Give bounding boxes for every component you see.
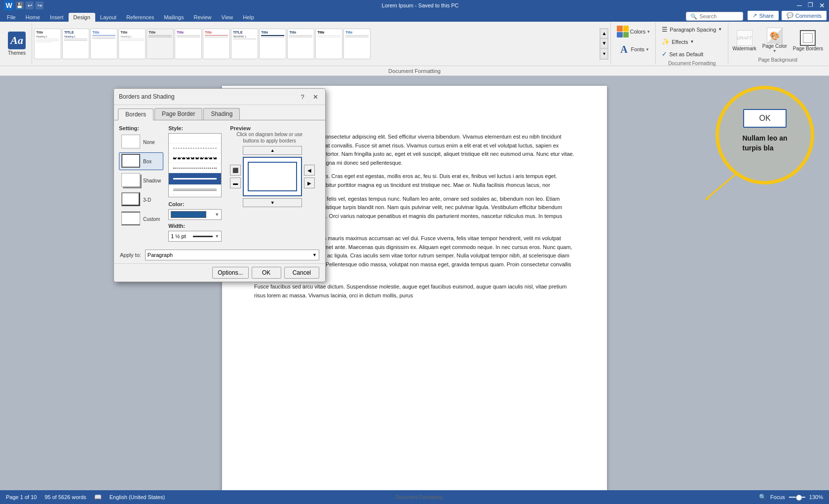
setting-label: Setting: [119,125,163,131]
theme-thumb-default[interactable]: Title Heading 1 [34,29,61,59]
minimize-btn[interactable]: ─ [797,1,802,9]
style-none-item[interactable] [169,134,221,144]
watermark-button[interactable]: DRAFT Watermark [731,29,757,52]
setting-none[interactable]: None [119,133,163,151]
theme-thumb-1[interactable]: TITLE Heading 1 [62,29,89,59]
dialog-tab-shading[interactable]: Shading [203,108,240,120]
width-section: Width: 1 ½ pt ▼ [168,223,225,242]
setting-custom[interactable]: Custom [119,210,163,228]
preview-top-border-btn[interactable]: ⬛ [230,165,241,176]
style-column: Style: [168,125,225,242]
theme-thumb-6[interactable]: Title [203,29,230,59]
cancel-button[interactable]: Cancel [284,267,319,279]
dialog-help-button[interactable]: ? [298,92,307,102]
setting-3d[interactable]: 3-D [119,191,163,209]
page-borders-label: Page Borders [793,46,823,51]
setting-column: Setting: None Box Shadow [119,125,163,242]
theme-thumb-4[interactable]: Title [147,29,174,59]
width-select[interactable]: 1 ½ pt ▼ [168,231,222,242]
color-label: Color: [168,201,225,207]
fonts-button[interactable]: A Fonts ▼ [615,41,651,57]
none-icon [121,135,140,148]
style-listbox[interactable] [168,133,222,197]
style-solid-thick[interactable] [169,173,221,185]
setting-shadow[interactable]: Shadow [119,172,163,189]
preview-right-border-btn[interactable]: ▶ [304,178,315,188]
undo-quick-icon[interactable]: ↩ [26,1,34,9]
save-quick-icon[interactable]: 💾 [16,1,24,9]
borders-shading-dialog: Borders and Shading ? ✕ Borders Page Bor… [113,88,326,282]
restore-btn[interactable]: ❐ [808,1,813,9]
set-as-default-label: Set as Default [669,51,703,57]
dialog-tabs: Borders Page Border Shading [114,105,325,120]
tab-design[interactable]: Design [69,13,95,22]
dialog-tab-page-border[interactable]: Page Border [154,108,202,120]
theme-thumb-2[interactable]: Title [90,29,117,59]
theme-thumb-10[interactable]: Title [315,29,342,59]
apply-to-select[interactable]: Paragraph ▼ [145,250,319,260]
dialog-titlebar: Borders and Shading ? ✕ [114,89,325,105]
style-double[interactable] [169,185,221,195]
page-color-button[interactable]: 🎨 Page Color ▼ [761,27,788,54]
focus-icon[interactable]: 🔍 [759,494,766,501]
callout-ok-btn[interactable]: OK [743,109,786,128]
theme-thumb-8[interactable]: Title [259,29,286,59]
window-title: Lorem Ipsum - Saved to this PC [43,2,797,8]
fonts-dropdown-arrow: ▼ [645,47,649,52]
tab-view[interactable]: View [217,13,238,22]
dialog-tab-borders[interactable]: Borders [118,108,153,120]
callout-text-line2: turpis bla [742,144,787,153]
tab-insert[interactable]: Insert [45,13,69,22]
paragraph-spacing-label: Paragraph Spacing [670,27,716,33]
paragraph-spacing-button[interactable]: ☰ Paragraph Spacing ▼ [659,24,725,35]
setting-box[interactable]: Box [119,152,163,170]
dialog-close-button[interactable]: ✕ [310,92,320,102]
themes-scroll-up[interactable]: ▲ [600,29,608,38]
preview-middle-border-btn[interactable]: ▬ [230,178,241,188]
style-dashed-2[interactable] [169,153,221,163]
tab-home[interactable]: Home [21,13,45,22]
ok-button[interactable]: OK [252,267,281,279]
tab-review[interactable]: Review [189,13,217,22]
search-input[interactable] [699,13,739,19]
dialog-controls: ? ✕ [298,92,320,102]
options-button[interactable]: Options... [212,267,248,279]
color-select[interactable]: ▼ [168,209,222,220]
themes-button[interactable]: Aa Themes [5,30,29,58]
tab-layout[interactable]: Layout [95,13,121,22]
ribbon-group-spacing-effects: ☰ Paragraph Spacing ▼ ✨ Effects ▼ ✓ Set … [656,23,728,65]
theme-thumb-3[interactable]: Title Heading 1 [118,29,146,59]
style-dotted[interactable] [169,163,221,173]
themes-icon: Aa [8,32,26,49]
effects-button[interactable]: ✨ Effects ▼ [659,36,697,47]
comments-button[interactable]: 💬 Comments [781,10,827,21]
page-borders-icon [800,30,816,46]
theme-thumb-9[interactable]: Title [287,29,314,59]
document-formatting-group-label: Document Formatting [668,61,716,67]
close-btn[interactable]: ✕ [819,1,825,9]
preview-left-border-btn[interactable]: ◀ [304,165,315,176]
theme-thumb-5[interactable]: Title [175,29,202,59]
theme-thumb-7[interactable]: TITLE HEADING 1 [231,29,258,59]
tab-references[interactable]: References [121,13,159,22]
zoom-level: 130% [809,494,823,500]
page-borders-button[interactable]: Page Borders [792,29,824,52]
tab-mailings[interactable]: Mailings [159,13,188,22]
preview-bottom-btn[interactable]: ▼ [243,198,302,207]
search-bar[interactable]: 🔍 [686,12,743,21]
set-as-default-button[interactable]: ✓ Set as Default [659,48,706,60]
share-button[interactable]: ↗ Share [747,10,779,21]
style-dashed-1[interactable] [169,144,221,153]
themes-scroll-down[interactable]: ▼ [600,38,608,48]
preview-top-btn[interactable]: ▲ [243,146,302,155]
redo-quick-icon[interactable]: ↪ [36,1,43,9]
tab-file[interactable]: File [2,13,21,22]
doc-format-label: Document Formatting [388,68,441,74]
tab-help[interactable]: Help [238,13,259,22]
themes-scroll-more[interactable]: ▾ [600,48,608,59]
theme-thumb-11[interactable]: Title [343,29,371,59]
style-solid-thin[interactable] [169,195,221,197]
focus-label[interactable]: Focus [770,494,785,500]
colors-button[interactable]: Colors ▼ [614,24,652,39]
zoom-slider[interactable]: ━━⬤━ [789,494,805,501]
